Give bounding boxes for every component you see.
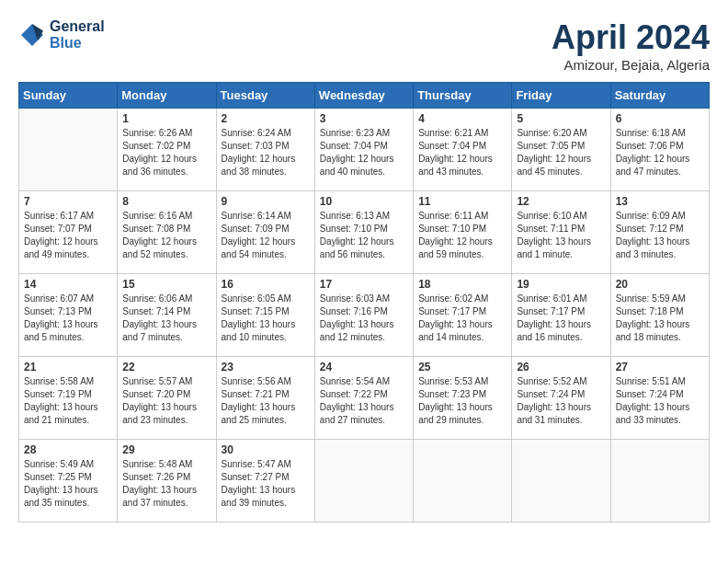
- calendar-header-row: SundayMondayTuesdayWednesdayThursdayFrid…: [19, 83, 710, 109]
- day-number: 3: [320, 112, 408, 125]
- calendar-cell: 29Sunrise: 5:48 AM Sunset: 7:26 PM Dayli…: [118, 440, 216, 523]
- day-header-monday: Monday: [118, 83, 216, 109]
- day-info: Sunrise: 6:02 AM Sunset: 7:17 PM Dayligh…: [418, 293, 506, 344]
- day-number: 13: [616, 195, 704, 208]
- calendar-cell: 25Sunrise: 5:53 AM Sunset: 7:23 PM Dayli…: [414, 357, 512, 440]
- calendar-cell: 1Sunrise: 6:26 AM Sunset: 7:02 PM Daylig…: [118, 109, 216, 191]
- calendar-cell: 6Sunrise: 6:18 AM Sunset: 7:06 PM Daylig…: [610, 109, 709, 191]
- calendar-cell: 5Sunrise: 6:20 AM Sunset: 7:05 PM Daylig…: [512, 109, 610, 191]
- day-info: Sunrise: 6:05 AM Sunset: 7:15 PM Dayligh…: [222, 293, 310, 344]
- calendar-cell: 20Sunrise: 5:59 AM Sunset: 7:18 PM Dayli…: [610, 274, 709, 357]
- day-info: Sunrise: 5:49 AM Sunset: 7:25 PM Dayligh…: [24, 458, 112, 510]
- logo-text-blue: Blue: [50, 35, 105, 52]
- day-info: Sunrise: 6:13 AM Sunset: 7:10 PM Dayligh…: [320, 210, 408, 261]
- day-info: Sunrise: 6:16 AM Sunset: 7:08 PM Dayligh…: [122, 210, 210, 261]
- calendar-cell: 12Sunrise: 6:10 AM Sunset: 7:11 PM Dayli…: [512, 191, 610, 274]
- day-number: 12: [517, 195, 605, 208]
- day-number: 16: [222, 278, 310, 291]
- calendar-cell: 7Sunrise: 6:17 AM Sunset: 7:07 PM Daylig…: [19, 191, 118, 274]
- day-number: 15: [122, 278, 210, 291]
- day-header-sunday: Sunday: [19, 83, 118, 109]
- calendar-cell: 22Sunrise: 5:57 AM Sunset: 7:20 PM Dayli…: [118, 357, 216, 440]
- day-number: 6: [616, 112, 704, 125]
- calendar-table: SundayMondayTuesdayWednesdayThursdayFrid…: [18, 82, 710, 523]
- calendar-cell: 13Sunrise: 6:09 AM Sunset: 7:12 PM Dayli…: [610, 191, 709, 274]
- calendar-cell: [314, 440, 413, 523]
- day-number: 8: [122, 195, 210, 208]
- title-block: April 2024 Amizour, Bejaia, Algeria: [552, 18, 710, 73]
- calendar-cell: [610, 440, 709, 523]
- calendar-cell: 10Sunrise: 6:13 AM Sunset: 7:10 PM Dayli…: [314, 191, 413, 274]
- logo-text-general: General: [50, 18, 105, 35]
- calendar-cell: 14Sunrise: 6:07 AM Sunset: 7:13 PM Dayli…: [19, 274, 118, 357]
- day-number: 20: [616, 278, 704, 291]
- day-number: 5: [517, 112, 605, 125]
- day-info: Sunrise: 6:11 AM Sunset: 7:10 PM Dayligh…: [418, 210, 506, 261]
- day-info: Sunrise: 5:48 AM Sunset: 7:26 PM Dayligh…: [122, 458, 210, 510]
- day-header-thursday: Thursday: [414, 83, 512, 109]
- calendar-cell: 24Sunrise: 5:54 AM Sunset: 7:22 PM Dayli…: [314, 357, 413, 440]
- day-number: 4: [418, 112, 506, 125]
- calendar-cell: 19Sunrise: 6:01 AM Sunset: 7:17 PM Dayli…: [512, 274, 610, 357]
- week-row-5: 28Sunrise: 5:49 AM Sunset: 7:25 PM Dayli…: [19, 440, 710, 523]
- day-info: Sunrise: 5:57 AM Sunset: 7:20 PM Dayligh…: [122, 375, 210, 427]
- day-number: 24: [320, 361, 408, 373]
- day-info: Sunrise: 6:21 AM Sunset: 7:04 PM Dayligh…: [418, 127, 506, 178]
- day-number: 10: [320, 195, 408, 208]
- logo: General Blue: [18, 18, 105, 51]
- day-info: Sunrise: 6:01 AM Sunset: 7:17 PM Dayligh…: [517, 293, 605, 344]
- calendar-cell: [512, 440, 610, 523]
- day-number: 11: [418, 195, 506, 208]
- day-info: Sunrise: 5:54 AM Sunset: 7:22 PM Dayligh…: [320, 375, 408, 427]
- day-header-friday: Friday: [512, 83, 610, 109]
- day-info: Sunrise: 5:56 AM Sunset: 7:21 PM Dayligh…: [222, 375, 310, 427]
- day-number: 28: [24, 443, 112, 456]
- month-title: April 2024: [552, 18, 710, 57]
- day-number: 18: [418, 278, 506, 291]
- page-header: General Blue April 2024 Amizour, Bejaia,…: [18, 18, 710, 73]
- day-number: 29: [122, 443, 210, 456]
- day-info: Sunrise: 6:24 AM Sunset: 7:03 PM Dayligh…: [222, 127, 310, 178]
- day-header-saturday: Saturday: [610, 83, 709, 109]
- day-info: Sunrise: 5:52 AM Sunset: 7:24 PM Dayligh…: [517, 375, 605, 427]
- day-info: Sunrise: 6:18 AM Sunset: 7:06 PM Dayligh…: [616, 127, 704, 178]
- location: Amizour, Bejaia, Algeria: [552, 57, 710, 73]
- day-header-tuesday: Tuesday: [216, 83, 314, 109]
- day-number: 30: [222, 443, 310, 456]
- calendar-cell: 4Sunrise: 6:21 AM Sunset: 7:04 PM Daylig…: [414, 109, 512, 191]
- day-info: Sunrise: 5:59 AM Sunset: 7:18 PM Dayligh…: [616, 293, 704, 344]
- day-info: Sunrise: 5:58 AM Sunset: 7:19 PM Dayligh…: [24, 375, 112, 427]
- calendar-cell: 27Sunrise: 5:51 AM Sunset: 7:24 PM Dayli…: [610, 357, 709, 440]
- week-row-3: 14Sunrise: 6:07 AM Sunset: 7:13 PM Dayli…: [19, 274, 710, 357]
- day-info: Sunrise: 5:53 AM Sunset: 7:23 PM Dayligh…: [418, 375, 506, 427]
- calendar-cell: 8Sunrise: 6:16 AM Sunset: 7:08 PM Daylig…: [118, 191, 216, 274]
- day-number: 23: [222, 361, 310, 373]
- day-number: 14: [24, 278, 112, 291]
- day-info: Sunrise: 6:06 AM Sunset: 7:14 PM Dayligh…: [122, 293, 210, 344]
- logo-icon: [18, 21, 46, 49]
- day-number: 25: [418, 361, 506, 373]
- day-info: Sunrise: 6:09 AM Sunset: 7:12 PM Dayligh…: [616, 210, 704, 261]
- day-number: 9: [222, 195, 310, 208]
- day-info: Sunrise: 6:23 AM Sunset: 7:04 PM Dayligh…: [320, 127, 408, 178]
- week-row-4: 21Sunrise: 5:58 AM Sunset: 7:19 PM Dayli…: [19, 357, 710, 440]
- day-number: 1: [122, 112, 210, 125]
- calendar-cell: 21Sunrise: 5:58 AM Sunset: 7:19 PM Dayli…: [19, 357, 118, 440]
- day-number: 21: [24, 361, 112, 373]
- calendar-cell: 15Sunrise: 6:06 AM Sunset: 7:14 PM Dayli…: [118, 274, 216, 357]
- week-row-2: 7Sunrise: 6:17 AM Sunset: 7:07 PM Daylig…: [19, 191, 710, 274]
- calendar-cell: 11Sunrise: 6:11 AM Sunset: 7:10 PM Dayli…: [414, 191, 512, 274]
- day-header-wednesday: Wednesday: [314, 83, 413, 109]
- day-number: 2: [222, 112, 310, 125]
- calendar-cell: 26Sunrise: 5:52 AM Sunset: 7:24 PM Dayli…: [512, 357, 610, 440]
- calendar-cell: 17Sunrise: 6:03 AM Sunset: 7:16 PM Dayli…: [314, 274, 413, 357]
- calendar-cell: 30Sunrise: 5:47 AM Sunset: 7:27 PM Dayli…: [216, 440, 314, 523]
- day-number: 17: [320, 278, 408, 291]
- day-info: Sunrise: 6:26 AM Sunset: 7:02 PM Dayligh…: [122, 127, 210, 178]
- day-number: 26: [517, 361, 605, 373]
- day-number: 7: [24, 195, 112, 208]
- calendar-cell: [19, 109, 118, 191]
- day-number: 22: [122, 361, 210, 373]
- day-info: Sunrise: 6:07 AM Sunset: 7:13 PM Dayligh…: [24, 293, 112, 344]
- day-info: Sunrise: 5:51 AM Sunset: 7:24 PM Dayligh…: [616, 375, 704, 427]
